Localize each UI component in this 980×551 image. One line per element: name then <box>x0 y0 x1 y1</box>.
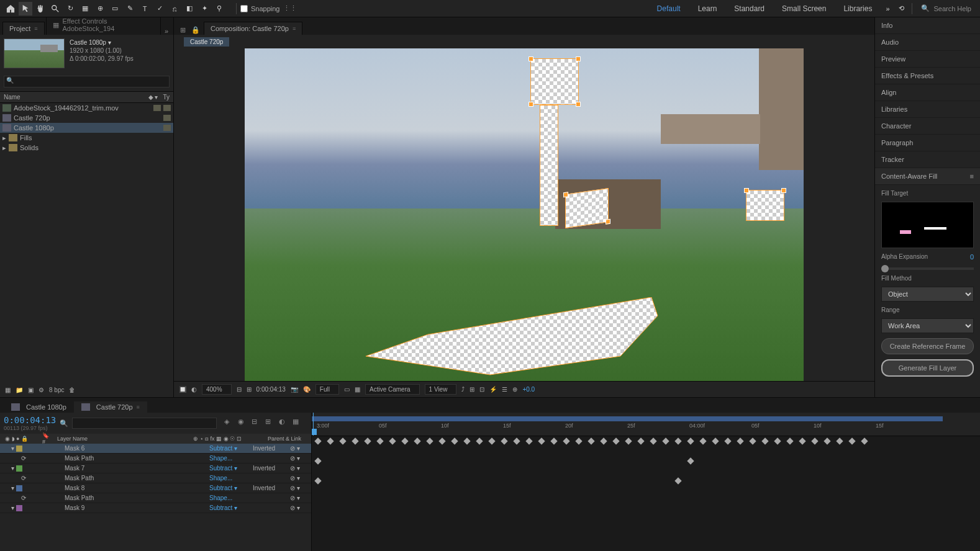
bpc-indicator[interactable]: 8 bpc <box>49 387 64 393</box>
keyframe[interactable] <box>687 437 694 444</box>
snapshot-icon[interactable]: 📷 <box>291 386 298 393</box>
workspace-learn[interactable]: Learn <box>689 0 726 17</box>
graph-editor-icon[interactable]: ▦ <box>293 418 304 429</box>
keyframe[interactable] <box>774 437 781 444</box>
panel-align[interactable]: Align <box>875 84 980 101</box>
playhead[interactable] <box>313 413 314 436</box>
keyframe[interactable] <box>525 437 532 444</box>
range-select[interactable]: Work Area <box>881 318 974 333</box>
keyframe[interactable] <box>426 437 433 444</box>
keyframe[interactable] <box>687 457 694 464</box>
keyframe[interactable] <box>836 437 843 444</box>
layer-row[interactable]: ▾ Mask 6Subtract ▾Inverted⊘ ▾ <box>0 444 311 454</box>
home-icon[interactable] <box>4 2 17 16</box>
layer-row[interactable]: ▾ Mask 7Subtract ▾Inverted⊘ ▾ <box>0 464 311 473</box>
rect-tool-icon[interactable]: ▭ <box>108 2 122 16</box>
frame-blend-icon[interactable]: ⊞ <box>265 418 276 429</box>
panel-content-aware-fill[interactable]: Content-Aware Fill≡ <box>875 168 980 185</box>
tab-composition[interactable]: Composition: Castle 720p≡ <box>204 22 302 35</box>
keyframe[interactable] <box>861 437 868 444</box>
keyframe[interactable] <box>327 437 333 444</box>
keyframe[interactable] <box>314 457 321 464</box>
keyframe[interactable] <box>414 437 420 444</box>
keyframe[interactable] <box>339 437 346 444</box>
timeline-icon[interactable]: ☰ <box>502 386 507 393</box>
snapping-toggle[interactable]: Snapping ⋮⋮ <box>240 4 297 12</box>
keyframe[interactable] <box>463 437 470 444</box>
keyframe[interactable] <box>724 437 731 444</box>
brush-tool-icon[interactable]: ✓ <box>153 2 166 16</box>
new-folder-icon[interactable]: 📁 <box>16 387 23 393</box>
share-icon[interactable]: ⤴ <box>461 386 465 393</box>
keyframe[interactable] <box>389 437 396 444</box>
keyframe[interactable] <box>637 437 644 444</box>
view-options-icon[interactable]: ⊞ <box>470 386 474 393</box>
keyframe[interactable] <box>550 437 557 444</box>
timecode-display[interactable]: 0:00:04:13 <box>256 386 286 393</box>
alpha-expansion-slider[interactable] <box>881 267 974 270</box>
create-reference-frame-button[interactable]: Create Reference Frame <box>881 338 974 354</box>
interpret-icon[interactable]: ▦ <box>5 387 11 393</box>
eraser-tool-icon[interactable]: ◧ <box>183 2 196 16</box>
panel-character[interactable]: Character <box>875 118 980 135</box>
panel-menu-icon[interactable]: ≡ <box>970 172 974 180</box>
nav-back-icon[interactable]: ⊞ <box>180 26 189 35</box>
keyframe[interactable] <box>488 437 495 444</box>
tree-item[interactable]: ▸Solids <box>0 143 173 153</box>
exposure-display[interactable]: +0.0 <box>522 386 535 393</box>
keyframe[interactable] <box>823 437 830 444</box>
workspace-overflow-icon[interactable]: » <box>881 2 894 16</box>
flowchart-icon[interactable]: ⊕ <box>512 386 517 393</box>
keyframe[interactable] <box>811 437 818 444</box>
puppet-tool-icon[interactable]: ⚲ <box>212 2 226 16</box>
keyframe[interactable] <box>737 437 743 444</box>
canvas[interactable] <box>245 48 804 381</box>
keyframe[interactable] <box>699 437 706 444</box>
keyframe[interactable] <box>761 437 768 444</box>
keyframe[interactable] <box>588 437 594 444</box>
keyframe[interactable] <box>712 437 719 444</box>
keyframe[interactable] <box>376 437 383 444</box>
keyframe[interactable] <box>563 437 569 444</box>
layer-row[interactable]: ▾ Mask 9Subtract ▾⊘ ▾ <box>0 503 311 513</box>
roi-icon[interactable]: ▭ <box>344 386 350 393</box>
timeline-tab[interactable]: Castle 720p≡ <box>74 401 147 413</box>
pen-tool-icon[interactable]: ✎ <box>123 2 137 16</box>
alpha-expansion-value[interactable]: 0 <box>970 253 974 261</box>
current-timecode[interactable]: 0:00:04:13 <box>4 415 56 425</box>
keyframe[interactable] <box>364 437 371 444</box>
keyframe-track[interactable] <box>312 476 980 486</box>
panel-tracker[interactable]: Tracker <box>875 151 980 168</box>
camera-selector[interactable]: Active Camera <box>365 384 420 395</box>
keyframe[interactable] <box>438 437 445 444</box>
keyframe-track[interactable] <box>312 496 980 506</box>
panel-libraries[interactable]: Libraries <box>875 101 980 118</box>
keyframe[interactable] <box>674 477 681 484</box>
roto-tool-icon[interactable]: ✦ <box>197 2 211 16</box>
keyframe[interactable] <box>314 477 321 484</box>
time-ruler[interactable]: 3:00f05f10f15f20f25f04:00f05f10f15f <box>312 413 980 436</box>
keyframe[interactable] <box>451 437 458 444</box>
keyframe[interactable] <box>538 437 545 444</box>
hide-shy-icon[interactable]: ⊟ <box>252 418 263 429</box>
zoom-tool-icon[interactable] <box>48 2 62 16</box>
channels-icon[interactable]: 🎨 <box>303 386 311 393</box>
keyframe[interactable] <box>501 437 507 444</box>
keyframe[interactable] <box>600 437 607 444</box>
workspace-standard[interactable]: Standard <box>725 0 773 17</box>
keyframe-track[interactable] <box>312 436 980 446</box>
keyframe[interactable] <box>401 437 408 444</box>
workspace-small-screen[interactable]: Small Screen <box>773 0 835 17</box>
project-tree-header[interactable]: Name◆ ▾Ty <box>0 91 173 103</box>
project-search-input[interactable] <box>4 76 170 87</box>
hand-tool-icon[interactable] <box>34 2 47 16</box>
keyframe[interactable] <box>625 437 632 444</box>
close-icon[interactable]: ≡ <box>137 404 140 410</box>
zoom-selector[interactable]: 400% <box>202 384 232 395</box>
panel-info[interactable]: Info <box>875 17 980 34</box>
snapping-checkbox[interactable] <box>240 5 248 12</box>
settings-icon[interactable]: ⚙ <box>39 387 44 393</box>
layer-row[interactable]: ⟳ Mask PathShape...⊘ ▾ <box>0 454 311 464</box>
keyframe[interactable] <box>650 437 656 444</box>
fill-method-select[interactable]: Object <box>881 287 974 302</box>
